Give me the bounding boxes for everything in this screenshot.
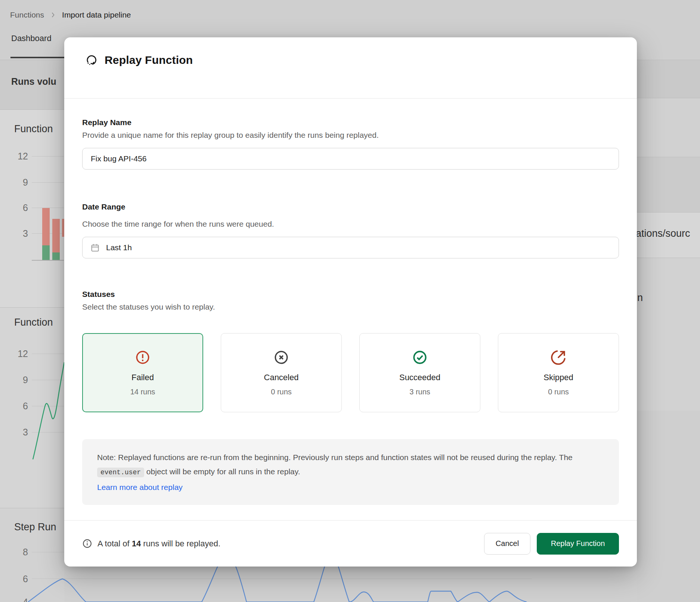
right-band-2: [637, 98, 700, 157]
modal-header: Replay Function: [85, 54, 193, 66]
status-name: Canceled: [264, 373, 299, 382]
statuses-description: Select the statuses you wish to replay.: [82, 302, 619, 311]
replay-function-modal: Replay Function Replay Name Provide a un…: [64, 37, 637, 567]
status-name: Skipped: [543, 373, 573, 382]
bar1-red-segment: [42, 208, 50, 245]
panel2-title: Function: [14, 317, 53, 328]
footer-summary: A total of 14 runs will be replayed.: [82, 539, 220, 549]
statuses-label: Statuses: [82, 290, 619, 299]
runs-volume-heading: Runs volu: [11, 76, 56, 87]
panel2-tick-9: 9: [15, 375, 28, 385]
alert-circle-icon: [135, 350, 151, 365]
panel1-gridline-9: [32, 182, 64, 183]
replay-function-button[interactable]: Replay Function: [537, 533, 619, 555]
panel1-tick-3: 3: [15, 228, 28, 239]
panel2-tick-6: 6: [15, 401, 28, 412]
summary-suffix: runs will be replayed.: [141, 539, 220, 548]
header-divider: [64, 98, 637, 99]
replay-name-input[interactable]: [82, 148, 619, 170]
panel1-tick-6: 6: [15, 202, 28, 213]
skip-circle-icon: [551, 350, 566, 365]
note-text-prefix: Note: Replayed functions are re-run from…: [97, 453, 573, 462]
bar1-green-segment: [42, 245, 50, 260]
bar2-green-segment: [52, 252, 60, 260]
panel3-tick-8: 8: [15, 547, 28, 558]
status-card-succeeded[interactable]: Succeeded 3 runs: [359, 333, 480, 412]
breadcrumb-current[interactable]: Import data pipeline: [62, 10, 131, 19]
status-name: Failed: [131, 373, 154, 382]
breadcrumb: Functions Import data pipeline: [10, 10, 131, 19]
status-name: Succeeded: [399, 373, 440, 382]
panel1-tick-9: 9: [15, 177, 28, 188]
footer-buttons: Cancel Replay Function: [484, 533, 619, 555]
panel3-title: Step Run: [14, 521, 56, 533]
right-cropped-text-n: n: [637, 292, 643, 304]
panel2-tick-3: 3: [15, 427, 28, 438]
replay-name-label: Replay Name: [82, 118, 619, 127]
status-runs: 0 runs: [271, 388, 292, 396]
status-cards: Failed 14 runs Canceled 0 runs Succ: [82, 333, 619, 412]
panel1-baseline: [32, 260, 64, 261]
summary-prefix: A total of: [97, 539, 132, 548]
status-runs: 0 runs: [548, 388, 569, 396]
learn-more-link[interactable]: Learn more about replay: [97, 480, 604, 494]
modal-footer: A total of 14 runs will be replayed. Can…: [64, 521, 637, 567]
replay-icon: [85, 54, 98, 66]
right-divider-2: [637, 157, 700, 157]
right-band-5: [637, 258, 700, 411]
right-band-3: [637, 157, 700, 212]
right-divider-3: [637, 212, 700, 212]
status-card-canceled[interactable]: Canceled 0 runs: [221, 333, 342, 412]
note-code-chip: event.user: [97, 468, 144, 477]
breadcrumb-functions[interactable]: Functions: [10, 10, 44, 19]
right-cropped-text-source: ations/sourc: [636, 228, 690, 239]
date-range-description: Choose the time range for when the runs …: [82, 220, 619, 229]
check-circle-icon: [412, 350, 428, 365]
summary-count: 14: [132, 539, 141, 548]
calendar-icon: [90, 243, 100, 253]
info-icon: [82, 539, 92, 549]
date-range-input[interactable]: Last 1h: [82, 237, 619, 258]
note-text-suffix: object will be empty for all runs in the…: [144, 467, 300, 476]
panel1-gridline-12: [32, 156, 64, 156]
x-circle-icon: [273, 350, 289, 365]
panel1-title: Function: [14, 123, 53, 135]
cancel-button[interactable]: Cancel: [484, 533, 530, 555]
bar2-red-segment: [52, 219, 60, 252]
replay-name-description: Provide a unique name for this replay gr…: [82, 131, 619, 140]
left-divider-1: [0, 109, 64, 110]
right-band-6: [637, 411, 700, 602]
left-divider-3: [0, 508, 64, 508]
modal-title: Replay Function: [105, 54, 193, 66]
panel2-tick-12: 12: [15, 348, 28, 359]
tab-dashboard[interactable]: Dashboard: [11, 34, 52, 43]
status-runs: 3 runs: [409, 388, 430, 396]
status-card-failed[interactable]: Failed 14 runs: [82, 333, 203, 412]
panel2-line-chart: [31, 351, 65, 467]
status-card-skipped[interactable]: Skipped 0 runs: [498, 333, 619, 412]
tab-active-underline: [10, 57, 64, 58]
summary-text: A total of 14 runs will be replayed.: [97, 539, 220, 549]
left-divider-2: [0, 307, 64, 308]
right-band-1: [637, 60, 700, 98]
right-divider-1: [637, 98, 700, 98]
status-runs: 14 runs: [130, 388, 155, 396]
date-range-value: Last 1h: [106, 243, 132, 252]
chevron-right-icon: [49, 11, 57, 19]
date-range-label: Date Range: [82, 202, 619, 211]
replay-note: Note: Replayed functions are re-run from…: [82, 439, 619, 505]
left-panel1-band: [0, 109, 64, 307]
panel3-gridline-8: [32, 552, 64, 552]
panel1-tick-12: 12: [15, 151, 28, 162]
right-divider-4: [637, 258, 700, 258]
